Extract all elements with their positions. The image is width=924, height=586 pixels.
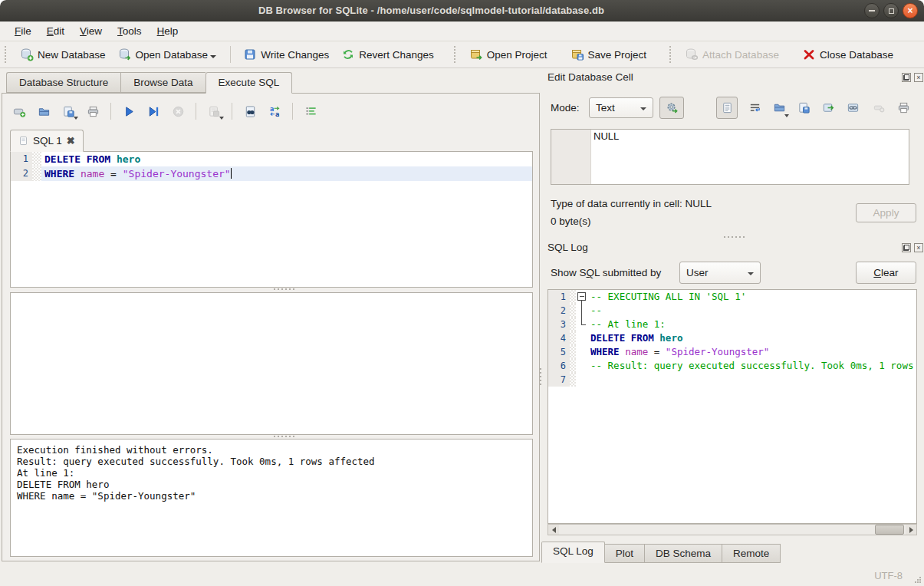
menu-file[interactable]: File [8,23,38,39]
code-line[interactable]: 3-- At line 1: [548,318,916,331]
write-changes-label: Write Changes [261,49,329,61]
title-bar[interactable]: DB Browser for SQLite - /home/user/code/… [0,0,924,21]
window-controls: × [864,3,918,18]
toolbar-drag-handle[interactable] [5,46,9,63]
open-database-button[interactable]: Open Database [112,44,225,64]
sql-log-close-icon[interactable]: × [914,243,923,252]
save-project-icon [571,48,584,61]
sql-editor-tab[interactable]: SQL 1 ✖ [10,130,84,152]
code-line[interactable]: 1DELETE FROM hero [11,152,532,166]
code-line[interactable]: 2WHERE name = "Spider-Youngster" [11,166,532,181]
toolbar-drag-handle[interactable] [454,46,459,63]
code-line[interactable]: 7 [548,373,916,387]
attach-database-label: Attach Database [702,49,779,61]
text-mode-button[interactable] [716,97,738,119]
revert-changes-button[interactable]: Revert Changes [335,44,440,64]
open-in-external-button[interactable] [817,97,839,119]
save-sql-file-button[interactable] [58,101,79,121]
edit-cell-float-icon[interactable] [902,73,911,82]
save-file-dropdown-caret-icon[interactable] [74,117,78,120]
dock-splitter[interactable] [721,236,747,239]
apply-button[interactable]: Apply [856,203,916,222]
scroll-left-button[interactable] [548,525,559,535]
open-project-button[interactable]: Open Project [463,44,554,64]
code-line[interactable]: 1-- EXECUTING ALL IN 'SQL 1' [548,290,916,304]
execute-all-button[interactable] [118,101,140,121]
open-sql-file-button[interactable] [33,101,54,121]
replace-button[interactable]: aa [264,101,285,121]
scroll-right-button[interactable] [906,525,916,535]
find-button[interactable] [239,101,261,121]
word-wrap-button[interactable] [744,97,765,119]
code-line[interactable]: 6-- Result: query executed successfully.… [548,359,916,373]
close-database-button[interactable]: Close Database [796,44,899,64]
attach-database-button[interactable]: Attach Database [679,44,785,64]
fold-marker-icon[interactable] [576,290,587,304]
auto-apply-button[interactable] [659,97,684,119]
set-null-button[interactable] [868,97,889,119]
maximize-button[interactable] [883,3,899,18]
import-cell-data-button[interactable] [768,97,790,119]
editor-results-splitter[interactable] [271,288,297,291]
export-cell-data-button[interactable] [793,97,814,119]
sql-log-horizontal-scrollbar[interactable] [547,524,917,535]
sql-log-view[interactable]: 1-- EXECUTING ALL IN 'SQL 1'2--3-- At li… [547,289,917,524]
cell-editor[interactable]: NULL [551,129,909,185]
toolbar-drag-handle[interactable] [669,46,674,63]
fold-margin [576,373,587,387]
sql-log-float-icon[interactable] [902,243,911,252]
scrollbar-thumb[interactable] [875,525,904,535]
execution-status-message: Execution finished without errors. Resul… [10,439,533,557]
copy-link-button[interactable] [842,97,863,119]
import-dropdown-caret-icon[interactable] [784,114,789,117]
sql-editor-tab-close-icon[interactable]: ✖ [67,135,75,146]
stop-execution-button[interactable] [167,101,189,121]
tab-execute-sql[interactable]: Execute SQL [206,72,293,94]
minimize-button[interactable] [864,3,880,18]
editor-margin [570,290,576,304]
tab-plot[interactable]: Plot [605,544,645,563]
tab-db-schema[interactable]: DB Schema [645,544,722,563]
save-project-button[interactable]: Save Project [564,44,653,64]
new-database-button[interactable]: New Database [14,44,112,64]
print-sql-button[interactable] [82,101,104,121]
print-cell-button[interactable] [893,97,914,119]
close-button[interactable]: × [903,3,918,18]
code-line[interactable]: 2-- [548,304,916,318]
sql-editor[interactable]: 1DELETE FROM hero2WHERE name = "Spider-Y… [10,151,533,288]
code-line[interactable]: 4DELETE FROM hero [548,331,916,345]
line-number: 2 [548,304,570,318]
scroll-right-arrow-icon [909,527,913,533]
clear-log-button[interactable]: Clear [856,262,916,284]
edit-cell-close-icon[interactable]: × [914,73,923,82]
write-changes-icon [243,48,257,61]
tab-sql-log[interactable]: SQL Log [541,542,605,563]
sql-log-filter-combobox[interactable]: User [679,262,761,284]
toggle-comment-button[interactable] [300,101,321,121]
mode-combobox[interactable]: Text [589,97,653,118]
scrollbar-track[interactable] [559,525,906,535]
code-line[interactable]: 5WHERE name = "Spider-Youngster" [548,345,916,359]
save-results-button[interactable] [203,101,225,121]
open-sql-tab-button[interactable] [8,101,30,121]
write-changes-button[interactable]: Write Changes [237,44,335,64]
execute-current-line-button[interactable] [143,101,164,121]
save-results-dropdown-caret-icon[interactable] [219,117,224,120]
print-icon [897,101,910,114]
menu-tools[interactable]: Tools [110,23,149,39]
editor-margin [570,304,576,318]
tab-browse-data[interactable]: Browse Data [120,72,205,93]
menu-edit[interactable]: Edit [40,23,71,39]
resize-grip[interactable] [914,576,922,584]
results-table-pane[interactable] [10,292,533,435]
dock-tab-bar: SQL Log Plot DB Schema Remote [541,542,781,563]
menu-view[interactable]: View [73,23,109,39]
code-text: DELETE FROM hero [587,331,916,345]
cell-type-info: Type of data currently in cell: NULL [551,198,712,209]
menu-help[interactable]: Help [150,23,186,39]
tab-remote[interactable]: Remote [722,544,781,563]
cell-editor-gutter [551,130,591,184]
open-database-dropdown-caret-icon[interactable] [210,55,216,58]
main-vertical-splitter[interactable] [540,368,541,385]
tab-database-structure[interactable]: Database Structure [6,72,120,93]
